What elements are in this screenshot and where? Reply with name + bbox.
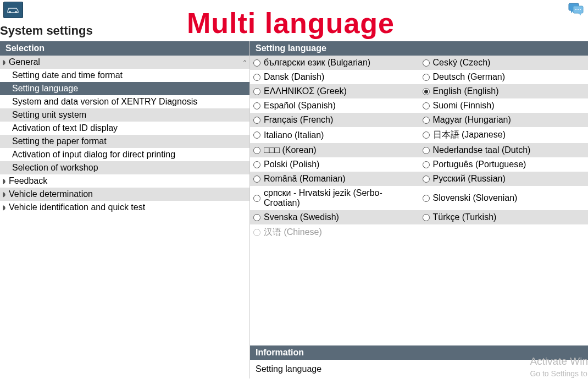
language-option[interactable]: Português (Portuguese) <box>419 158 589 171</box>
radio-icon <box>423 117 430 124</box>
radio-icon <box>253 214 260 221</box>
tree-item-label: Setting date and time format <box>12 70 123 80</box>
language-label: Italiano (Italian) <box>264 130 324 140</box>
tree-item-label: Selection of workshop <box>12 163 98 173</box>
radio-icon <box>253 102 260 109</box>
tree-item[interactable]: ◗Vehicle identification and quick test <box>0 201 249 214</box>
language-label: Polski (Polish) <box>264 160 319 169</box>
language-label: Русский (Russian) <box>433 174 506 184</box>
language-row: Svenska (Swedish)Türkçe (Turkish) <box>250 210 588 224</box>
language-option: 汉语 (Chinese) <box>250 226 419 239</box>
radio-icon <box>423 175 430 183</box>
empty-cell <box>419 226 589 239</box>
radio-icon <box>253 59 260 67</box>
tree-item[interactable]: Setting date and time format <box>0 69 249 82</box>
language-label: 汉语 (Chinese) <box>264 227 322 238</box>
radio-icon <box>253 161 260 168</box>
language-row: 汉语 (Chinese) <box>250 224 588 240</box>
language-option[interactable]: ΕΛΛΗΝΙΚΟΣ (Greek) <box>250 85 419 97</box>
language-option[interactable]: Français (French) <box>250 114 419 126</box>
language-option[interactable]: Dansk (Danish) <box>250 71 419 83</box>
language-label: Suomi (Finnish) <box>433 101 495 111</box>
language-option[interactable]: Deutsch (German) <box>419 71 589 83</box>
tree-item-label: Activation of input dialog for direct pr… <box>12 150 175 160</box>
language-label: Slovenski (Slovenian) <box>433 193 518 203</box>
language-option[interactable]: Русский (Russian) <box>419 173 589 185</box>
radio-icon <box>253 229 260 236</box>
language-row: ΕΛΛΗΝΙΚΟΣ (Greek)English (English) <box>250 84 588 98</box>
tree-item[interactable]: ◗Vehicle determination <box>0 188 249 201</box>
tree-item-label: Setting the paper format <box>12 136 107 146</box>
svg-point-4 <box>575 9 576 10</box>
language-row: Polski (Polish)Português (Portuguese) <box>250 157 588 172</box>
language-option[interactable]: Nederlandse taal (Dutch) <box>419 144 589 156</box>
tree-item-label: General <box>9 57 40 67</box>
tree-item[interactable]: Setting language <box>0 82 249 95</box>
language-label: Română (Romanian) <box>264 174 346 184</box>
language-label: English (English) <box>433 86 499 96</box>
car-icon[interactable] <box>3 2 23 18</box>
language-label: Ceský (Czech) <box>433 58 491 68</box>
language-option[interactable]: Polski (Polish) <box>250 158 419 171</box>
language-option[interactable]: български език (Bulgarian) <box>250 57 419 69</box>
language-row: српски - Hrvatski jezik (Serbo-Croatian)… <box>250 186 588 210</box>
tree-item-label: Setting unit system <box>12 110 86 120</box>
language-option[interactable]: Español (Spanish) <box>250 100 419 112</box>
language-option[interactable]: Svenska (Swedish) <box>250 211 419 223</box>
tree-item[interactable]: ◗Feedback <box>0 174 249 188</box>
language-option[interactable]: Slovenski (Slovenian) <box>419 187 589 209</box>
language-option[interactable]: Magyar (Hungarian) <box>419 114 589 126</box>
radio-icon <box>253 131 260 139</box>
tree-item[interactable]: Activation of input dialog for direct pr… <box>0 148 249 161</box>
tree-item-label: Activation of text ID display <box>12 123 118 133</box>
radio-icon <box>253 147 260 154</box>
tree-item[interactable]: Activation of text ID display <box>0 122 249 135</box>
chat-icon[interactable] <box>567 2 585 17</box>
tree-item[interactable]: System and data version of XENTRY Diagno… <box>0 95 249 108</box>
expand-icon: ◗ <box>0 177 8 185</box>
language-label: Deutsch (German) <box>433 72 506 82</box>
svg-point-5 <box>578 9 579 10</box>
language-option[interactable]: Suomi (Finnish) <box>419 100 589 112</box>
chevron-up-icon: ^ <box>243 59 246 65</box>
radio-icon <box>253 88 260 95</box>
radio-icon <box>423 131 430 139</box>
selection-panel: Selection ◗General^Setting date and time… <box>0 41 250 378</box>
language-label: български език (Bulgarian) <box>264 58 370 68</box>
tree-item-label: Feedback <box>9 176 47 186</box>
radio-icon <box>253 117 260 124</box>
language-option[interactable]: Română (Romanian) <box>250 173 419 185</box>
tree-item-label: Setting language <box>12 84 78 94</box>
radio-icon <box>423 161 430 168</box>
radio-icon <box>423 147 430 154</box>
expand-icon: ◗ <box>0 204 8 211</box>
radio-icon <box>423 214 430 221</box>
language-option[interactable]: □□□ (Korean) <box>250 144 419 156</box>
expand-icon: ◗ <box>0 58 8 66</box>
language-header: Setting language <box>250 41 588 56</box>
tree-item-label: System and data version of XENTRY Diagno… <box>12 97 197 107</box>
language-option[interactable]: Ceský (Czech) <box>419 57 589 69</box>
language-label: Svenska (Swedish) <box>264 212 339 222</box>
language-option[interactable]: Italiano (Italian) <box>250 128 419 142</box>
tree-item-label: Vehicle determination <box>9 189 93 199</box>
language-label: Türkçe (Turkish) <box>433 212 497 222</box>
language-option[interactable]: 日本語 (Japanese) <box>419 128 589 142</box>
language-option[interactable]: Türkçe (Turkish) <box>419 211 589 223</box>
tree-item[interactable]: ◗General^ <box>0 56 249 69</box>
language-label: □□□ (Korean) <box>264 145 317 155</box>
svg-point-0 <box>9 11 11 13</box>
tree-item[interactable]: Setting the paper format <box>0 135 249 148</box>
language-option[interactable]: српски - Hrvatski jezik (Serbo-Croatian) <box>250 187 419 209</box>
language-option[interactable]: English (English) <box>419 85 589 97</box>
tree-item[interactable]: Selection of workshop <box>0 161 249 174</box>
tree-item-label: Vehicle identification and quick test <box>9 202 145 212</box>
language-label: 日本語 (Japanese) <box>433 129 506 141</box>
language-row: български език (Bulgarian)Ceský (Czech) <box>250 56 588 70</box>
selection-header: Selection <box>0 41 249 56</box>
page-title: System settings <box>0 19 588 41</box>
language-row: Français (French)Magyar (Hungarian) <box>250 113 588 127</box>
svg-point-6 <box>580 9 581 10</box>
tree-item[interactable]: Setting unit system <box>0 108 249 122</box>
windows-watermark: Activate Win Go to Settings to <box>530 355 588 378</box>
